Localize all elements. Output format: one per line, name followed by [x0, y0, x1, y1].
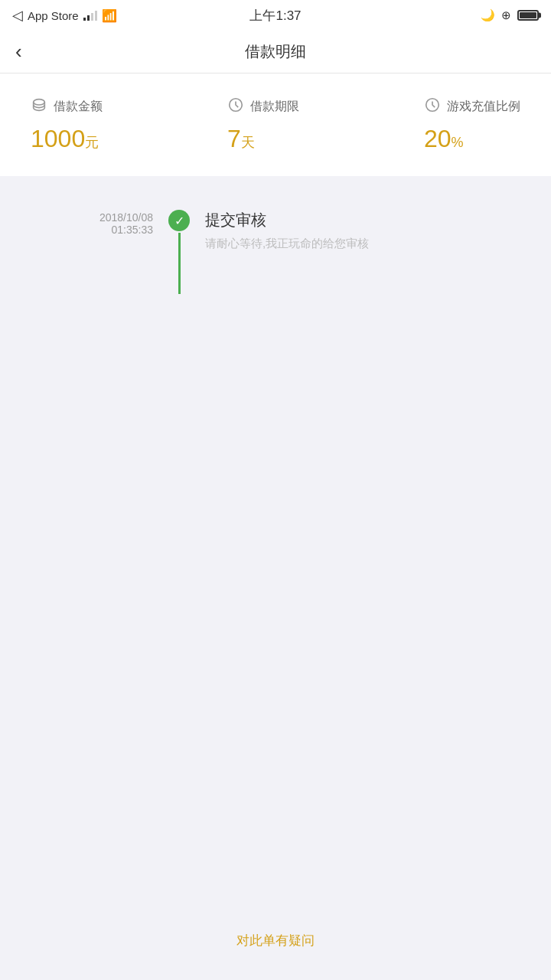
ios-back-arrow: ◁ [12, 7, 23, 24]
game-clock-icon [424, 96, 441, 117]
loan-term-label: 借款期限 [250, 99, 299, 115]
game-ratio-value: 20% [424, 125, 464, 153]
timeline-row: 2018/10/08 01:35:33 ✓ 提交审核 请耐心等待,我正玩命的给您… [0, 210, 551, 294]
timeline-dot: ✓ [168, 210, 190, 231]
loan-amount-label: 借款金额 [54, 99, 103, 115]
loan-amount-item: 借款金额 1000元 [31, 96, 103, 153]
section-divider [0, 176, 551, 187]
checkmark-icon: ✓ [174, 214, 184, 228]
clock-icon [227, 96, 244, 117]
status-left: ◁ App Store 📶 [12, 7, 117, 24]
question-link[interactable]: 对此单有疑问 [236, 933, 315, 948]
timeline-section: 2018/10/08 01:35:33 ✓ 提交审核 请耐心等待,我正玩命的给您… [0, 187, 551, 723]
page-title: 借款明细 [245, 41, 306, 62]
timeline-line [178, 233, 181, 294]
signal-icon [83, 10, 97, 21]
moon-icon: 🌙 [481, 8, 495, 22]
status-time: 上午1:37 [249, 7, 301, 24]
svg-point-0 [34, 100, 45, 105]
user-icon: ⊕ [501, 8, 511, 22]
loan-term-label-row: 借款期限 [227, 96, 299, 117]
loan-amount-label-row: 借款金额 [31, 96, 103, 117]
coins-icon [31, 96, 47, 117]
event-date: 2018/10/08 [31, 211, 153, 224]
loan-term-value: 7天 [227, 125, 255, 153]
status-right: 🌙 ⊕ [481, 8, 539, 22]
loan-amount-value: 1000元 [31, 125, 99, 153]
nav-bar: ‹ 借款明细 [0, 31, 551, 74]
wifi-icon: 📶 [102, 8, 117, 23]
timeline-indicator: ✓ [168, 210, 190, 294]
event-title: 提交审核 [205, 210, 369, 230]
status-bar: ◁ App Store 📶 上午1:37 🌙 ⊕ [0, 0, 551, 31]
battery-icon [517, 10, 539, 21]
event-description: 请耐心等待,我正玩命的给您审核 [205, 237, 369, 251]
battery-fill [520, 12, 536, 18]
game-ratio-item: 游戏充值比例 20% [424, 96, 520, 153]
back-button[interactable]: ‹ [15, 40, 22, 64]
loan-term-item: 借款期限 7天 [227, 96, 299, 153]
info-card: 借款金额 1000元 借款期限 7天 [0, 74, 551, 176]
game-ratio-label-row: 游戏充值比例 [424, 96, 520, 117]
app-store-label: App Store [28, 9, 79, 22]
timeline-content: 提交审核 请耐心等待,我正玩命的给您审核 [205, 210, 369, 251]
game-ratio-label: 游戏充值比例 [447, 99, 520, 115]
event-time: 01:35:33 [31, 224, 153, 236]
timeline-time: 2018/10/08 01:35:33 [31, 210, 153, 236]
bottom-question-link[interactable]: 对此单有疑问 [0, 932, 551, 949]
